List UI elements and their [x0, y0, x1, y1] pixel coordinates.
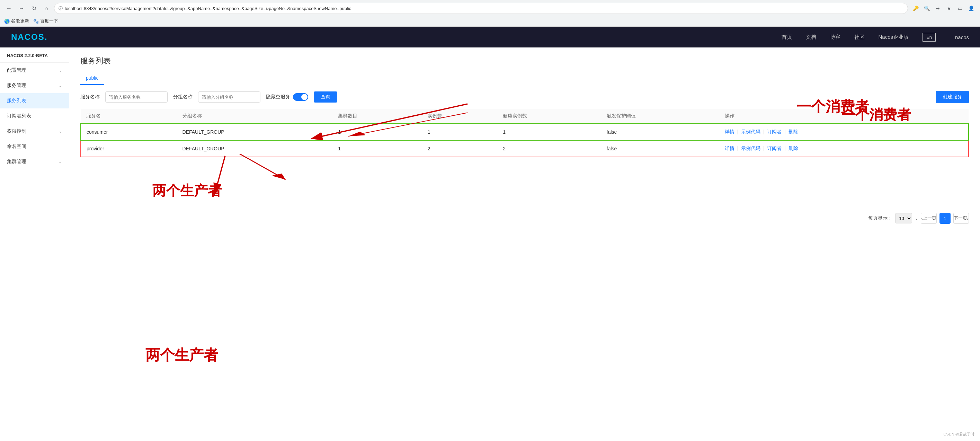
sidebar-item-config[interactable]: 配置管理 ⌄	[0, 63, 69, 78]
top-nav-links: 首页 文档 博客 社区 Nacos企业版 En nacos	[781, 33, 969, 41]
app-wrapper: NACOS. 首页 文档 博客 社区 Nacos企业版 En nacos NAC…	[0, 27, 980, 441]
sidebar-service-management-label: 服务管理	[7, 83, 26, 89]
provider-detail-link[interactable]: 详情	[725, 145, 735, 151]
next-page-label: 下一页	[954, 215, 967, 221]
consumer-actions: 详情 | 示例代码 | 订阅者 | 删除	[719, 124, 969, 140]
consumer-protect-threshold: false	[601, 124, 719, 140]
sidebar-toggle-button[interactable]: ▭	[955, 3, 965, 13]
provider-example-link[interactable]: 示例代码	[741, 145, 760, 151]
watermark: CSDN @君故于时	[943, 431, 974, 437]
col-group-name: 分组名称	[177, 109, 333, 124]
table-header-row: 服务名 分组名称 集群数目 实例数 健康实例数 触发保护阈值 操作	[81, 109, 969, 124]
top-nav: NACOS. 首页 文档 博客 社区 Nacos企业版 En nacos	[0, 27, 980, 48]
col-instance-count: 实例数	[422, 109, 497, 124]
group-name-input[interactable]	[198, 91, 261, 102]
back-button[interactable]: ←	[4, 3, 14, 13]
provider-protect-threshold: false	[601, 140, 719, 157]
user-menu[interactable]: nacos	[955, 34, 969, 40]
share-button[interactable]: ➦	[933, 3, 943, 13]
prev-page-button[interactable]: ‹ 上一页	[921, 213, 936, 224]
bookmark-baidu[interactable]: 🐾 百度一下	[33, 18, 58, 24]
bookmarks-bar: 🌎 谷歌更新 🐾 百度一下	[0, 17, 980, 26]
consumer-detail-link[interactable]: 详情	[725, 129, 735, 134]
chevron-right-icon: ›	[967, 216, 969, 221]
sidebar-permission-label: 权限控制	[7, 128, 26, 134]
bookmark-google-label: 谷歌更新	[11, 18, 29, 24]
provider-actions: 详情 | 示例代码 | 订阅者 | 删除	[719, 140, 969, 157]
table-row: consumer DEFAULT_GROUP 1 1 1 false 详情 | …	[81, 124, 969, 140]
key-icon[interactable]: 🔑	[911, 3, 920, 13]
provider-instance-count: 2	[422, 140, 497, 157]
provider-cluster-count: 1	[332, 140, 422, 157]
sidebar-item-permission[interactable]: 权限控制 ⌄	[0, 124, 69, 139]
query-button[interactable]: 查询	[314, 91, 337, 102]
chevron-down-icon-4: ⌄	[59, 159, 62, 164]
per-page-label: 每页显示：	[868, 215, 892, 221]
sidebar-item-service-list[interactable]: 服务列表	[0, 93, 69, 108]
next-page-button[interactable]: 下一页 ›	[953, 213, 969, 224]
provider-delete-link[interactable]: 删除	[789, 145, 798, 151]
hide-service-toggle-switch[interactable]	[293, 93, 308, 101]
service-name-label: 服务名称	[80, 94, 100, 100]
sidebar-item-namespace[interactable]: 命名空间	[0, 139, 69, 154]
consumer-healthy-count: 1	[497, 124, 601, 140]
consumer-cluster-count: 1	[332, 124, 422, 140]
chevron-down-icon-3: ⌄	[59, 129, 62, 134]
account-button[interactable]: 👤	[966, 3, 976, 13]
reload-button[interactable]: ↻	[29, 3, 39, 13]
sidebar-config-label: 配置管理	[7, 67, 26, 73]
consumer-example-link[interactable]: 示例代码	[741, 129, 760, 134]
create-service-button[interactable]: 创建服务	[935, 91, 969, 103]
table-container: 一个消费者 两个生产者 服务名 分组名称 集群数目 实例数 健康实例数 触发保护…	[69, 109, 980, 207]
filter-bar: 服务名称 分组名称 隐藏空服务 查询 创建服务	[69, 85, 980, 109]
col-actions: 操作	[719, 109, 969, 124]
nav-enterprise[interactable]: Nacos企业版	[878, 34, 909, 41]
page-title: 服务列表	[80, 56, 969, 66]
home-button[interactable]: ⌂	[41, 3, 51, 13]
nav-docs[interactable]: 文档	[806, 34, 816, 41]
table-row: provider DEFAULT_GROUP 1 2 2 false 详情 | …	[81, 140, 969, 157]
sidebar-cluster-label: 集群管理	[7, 159, 26, 165]
per-page-select[interactable]: 10 20 50	[895, 213, 912, 223]
page-1-button[interactable]: 1	[940, 213, 951, 224]
forward-button[interactable]: →	[17, 3, 26, 13]
lock-icon: ⓘ	[59, 6, 63, 11]
sidebar-item-service-management[interactable]: 服务管理 ⌄	[0, 78, 69, 93]
nav-home[interactable]: 首页	[781, 34, 792, 41]
consumer-instance-count: 1	[422, 124, 497, 140]
col-protect-threshold: 触发保护阈值	[601, 109, 719, 124]
service-name-input[interactable]	[105, 91, 168, 102]
chevron-down-icon: ⌄	[59, 68, 62, 73]
consumer-subscriber-link[interactable]: 订阅者	[767, 129, 781, 134]
consumer-group-name: DEFAULT_GROUP	[177, 124, 333, 140]
namespace-tabs: public	[69, 72, 980, 85]
provider-healthy-count: 2	[497, 140, 601, 157]
sidebar-namespace-label: 命名空间	[7, 143, 26, 150]
nav-blog[interactable]: 博客	[830, 34, 840, 41]
language-button[interactable]: En	[923, 33, 935, 41]
namespace-tab-public[interactable]: public	[80, 72, 104, 85]
browser-chrome: ← → ↻ ⌂ ⓘ localhost:8848/nacos/#/service…	[0, 0, 980, 27]
address-bar[interactable]: ⓘ localhost:8848/nacos/#/serviceManageme…	[54, 3, 908, 14]
sidebar-subscriber-label: 订阅者列表	[7, 113, 31, 119]
bookmark-baidu-label: 百度一下	[40, 18, 58, 24]
chrome-icon: 🌎	[4, 19, 10, 24]
nav-community[interactable]: 社区	[854, 34, 865, 41]
sidebar-item-subscriber-list[interactable]: 订阅者列表	[0, 108, 69, 124]
hide-service-label: 隐藏空服务	[266, 94, 290, 100]
sidebar-item-cluster[interactable]: 集群管理 ⌄	[0, 154, 69, 169]
group-name-label: 分组名称	[173, 94, 192, 100]
prev-page-label: 上一页	[923, 215, 936, 221]
bookmark-google[interactable]: 🌎 谷歌更新	[4, 18, 29, 24]
search-browser-button[interactable]: 🔍	[922, 3, 932, 13]
bookmark-star-button[interactable]: ★	[944, 3, 954, 13]
consumer-service-name: consumer	[81, 124, 177, 140]
provider-subscriber-link[interactable]: 订阅者	[767, 145, 781, 151]
provider-service-name: provider	[81, 140, 177, 157]
service-table: 服务名 分组名称 集群数目 实例数 健康实例数 触发保护阈值 操作 consum…	[80, 109, 969, 157]
col-healthy-count: 健康实例数	[497, 109, 601, 124]
hide-service-filter: 隐藏空服务	[266, 93, 308, 101]
consumer-delete-link[interactable]: 删除	[789, 129, 798, 134]
baidu-icon: 🐾	[33, 19, 39, 24]
url-text: localhost:8848/nacos/#/serviceManagement…	[65, 6, 351, 11]
